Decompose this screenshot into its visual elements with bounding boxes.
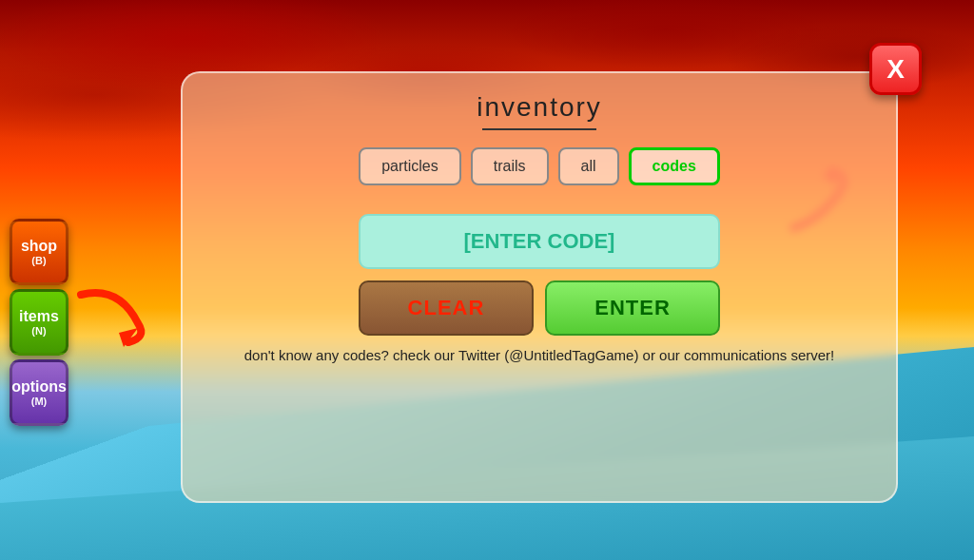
shop-button[interactable]: shop (B) (10, 219, 68, 285)
tab-trails[interactable]: trails (471, 147, 549, 185)
clear-button[interactable]: CLEAR (359, 280, 534, 336)
items-shortcut: (N) (31, 325, 46, 337)
enter-button[interactable]: ENTER (545, 280, 720, 336)
title-underline (482, 128, 596, 130)
tab-all[interactable]: all (558, 147, 619, 185)
options-shortcut: (M) (31, 396, 48, 407)
options-button[interactable]: options (M) (10, 359, 68, 426)
action-row: CLEAR ENTER (359, 280, 720, 336)
close-button[interactable]: X (869, 43, 922, 95)
code-input-area: CLEAR ENTER (359, 214, 720, 336)
panel-title: inventory (477, 92, 602, 123)
shop-shortcut: (B) (31, 255, 46, 266)
code-input[interactable] (359, 214, 720, 269)
side-buttons-container: shop (B) items (N) options (M) (10, 219, 68, 426)
items-label: items (19, 308, 59, 325)
items-button[interactable]: items (N) (10, 289, 68, 356)
inventory-panel: inventory particles trails all codes CLE… (181, 71, 898, 503)
tab-particles[interactable]: particles (359, 147, 461, 185)
tab-row: particles trails all codes (359, 147, 720, 185)
options-label: options (11, 378, 67, 396)
tab-codes[interactable]: codes (629, 147, 720, 185)
shop-label: shop (21, 238, 57, 255)
arrow-left-icon (71, 276, 166, 352)
hint-text: don't know any codes? check our Twitter … (244, 345, 835, 367)
